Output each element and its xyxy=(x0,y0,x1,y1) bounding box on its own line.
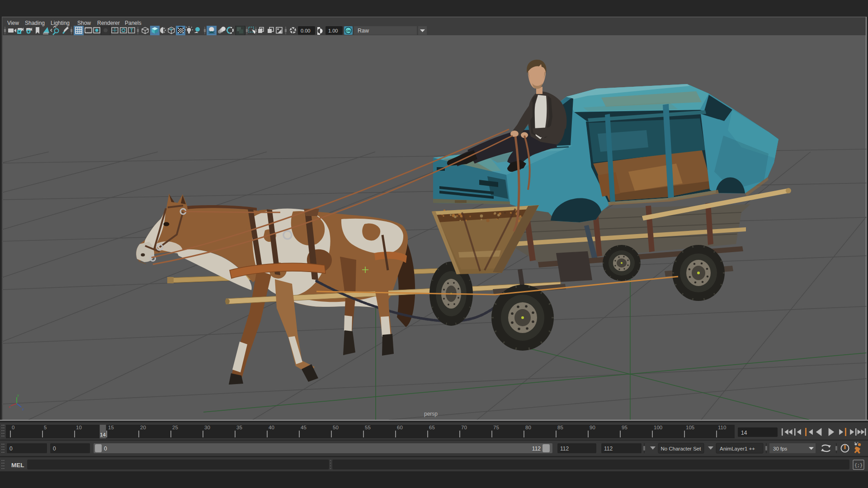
svg-text:z: z xyxy=(22,407,24,411)
svg-text:35: 35 xyxy=(236,425,242,430)
svg-text:No Character Set: No Character Set xyxy=(661,446,702,451)
svg-text:65: 65 xyxy=(429,425,435,430)
svg-text:112: 112 xyxy=(560,446,569,452)
svg-text:60: 60 xyxy=(397,425,403,430)
svg-text:MEL: MEL xyxy=(11,462,24,469)
svg-text:45: 45 xyxy=(301,425,307,430)
svg-text:30 fps: 30 fps xyxy=(773,446,788,451)
svg-text:40: 40 xyxy=(269,425,274,430)
svg-text:10: 10 xyxy=(76,425,82,430)
svg-text:0: 0 xyxy=(104,446,107,452)
svg-text:0: 0 xyxy=(53,446,56,452)
svg-text:112: 112 xyxy=(604,446,613,452)
svg-text:15: 15 xyxy=(108,425,114,430)
svg-text:85: 85 xyxy=(557,425,563,430)
svg-text:100: 100 xyxy=(654,425,662,430)
svg-text:25: 25 xyxy=(172,425,178,430)
svg-text:112: 112 xyxy=(532,446,541,452)
svg-text:x: x xyxy=(9,405,10,409)
svg-text:0: 0 xyxy=(9,446,13,452)
svg-text:70: 70 xyxy=(461,425,467,430)
svg-text:95: 95 xyxy=(622,425,627,430)
svg-text:14: 14 xyxy=(741,430,747,436)
svg-text:110: 110 xyxy=(718,425,726,430)
svg-text:y: y xyxy=(17,393,19,397)
svg-text:55: 55 xyxy=(365,425,371,430)
svg-text:30: 30 xyxy=(204,425,210,430)
svg-text:0: 0 xyxy=(12,425,14,430)
svg-text:50: 50 xyxy=(333,425,339,430)
svg-text:5: 5 xyxy=(44,425,47,430)
svg-text:75: 75 xyxy=(493,425,499,430)
svg-text:90: 90 xyxy=(590,425,595,430)
svg-text:105: 105 xyxy=(686,425,694,430)
svg-text:{;}: {;} xyxy=(854,463,863,468)
svg-text:AnimLayer1 ++: AnimLayer1 ++ xyxy=(720,446,755,451)
svg-text:persp: persp xyxy=(424,411,438,417)
svg-text:14: 14 xyxy=(100,432,106,437)
svg-text:20: 20 xyxy=(140,425,146,430)
svg-text:80: 80 xyxy=(525,425,531,430)
